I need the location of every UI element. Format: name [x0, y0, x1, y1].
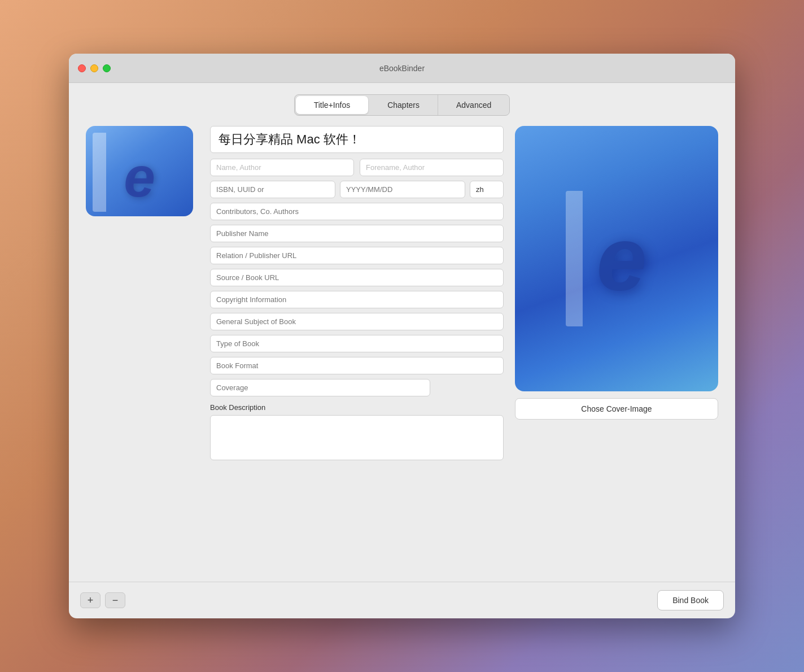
add-button[interactable]: +: [80, 592, 100, 608]
source-url-input[interactable]: [210, 269, 504, 286]
description-textarea[interactable]: [210, 415, 504, 460]
publisher-input[interactable]: [210, 225, 504, 242]
bottom-left: + −: [80, 592, 125, 608]
remove-button[interactable]: −: [105, 592, 125, 608]
content-area: Title+Infos Chapters Advanced e: [69, 83, 735, 576]
tabs-row: Title+Infos Chapters Advanced: [86, 94, 718, 116]
form-column: Book Description: [210, 126, 504, 460]
cover-letter: e: [596, 207, 646, 311]
main-row: e: [86, 126, 718, 460]
bottom-bar: + − Bind Book: [69, 582, 735, 618]
minimize-button[interactable]: [90, 64, 98, 72]
relation-url-input[interactable]: [210, 247, 504, 264]
tab-group: Title+Infos Chapters Advanced: [294, 94, 510, 116]
form-and-cover: Book Description e Chose C: [210, 126, 718, 460]
description-label: Book Description: [210, 403, 504, 412]
sidebar: e: [86, 126, 199, 216]
type-input[interactable]: [210, 335, 504, 352]
main-window: eBookBinder Title+Infos Chapters Advance…: [69, 54, 735, 618]
lang-input[interactable]: [470, 181, 504, 198]
app-icon: e: [86, 126, 193, 216]
window-title: eBookBinder: [379, 64, 425, 73]
title-bar: eBookBinder: [69, 54, 735, 83]
contributors-input[interactable]: [210, 203, 504, 220]
tab-advanced[interactable]: Advanced: [438, 95, 509, 115]
cover-spine: [566, 191, 583, 326]
app-icon-letter: e: [124, 145, 155, 210]
book-spine: [93, 133, 106, 212]
subject-input[interactable]: [210, 313, 504, 330]
cover-column: e Chose Cover-Image: [515, 126, 718, 460]
isbn-row: [210, 181, 504, 198]
date-input[interactable]: [340, 181, 465, 198]
traffic-lights: [78, 64, 111, 72]
isbn-input[interactable]: [210, 181, 335, 198]
title-input[interactable]: [210, 126, 504, 153]
author-forename-input[interactable]: [360, 159, 504, 176]
book-cover-visual: e: [554, 180, 679, 338]
tab-title-infos[interactable]: Title+Infos: [296, 96, 368, 114]
copyright-input[interactable]: [210, 291, 504, 308]
bind-book-button[interactable]: Bind Book: [657, 590, 724, 610]
choose-cover-button[interactable]: Chose Cover-Image: [515, 398, 718, 420]
author-row: [210, 159, 504, 176]
format-input[interactable]: [210, 357, 504, 374]
close-button[interactable]: [78, 64, 86, 72]
tab-chapters[interactable]: Chapters: [369, 95, 438, 115]
author-name-input[interactable]: [210, 159, 354, 176]
coverage-input[interactable]: [210, 379, 430, 396]
maximize-button[interactable]: [103, 64, 111, 72]
cover-image: e: [515, 126, 718, 391]
